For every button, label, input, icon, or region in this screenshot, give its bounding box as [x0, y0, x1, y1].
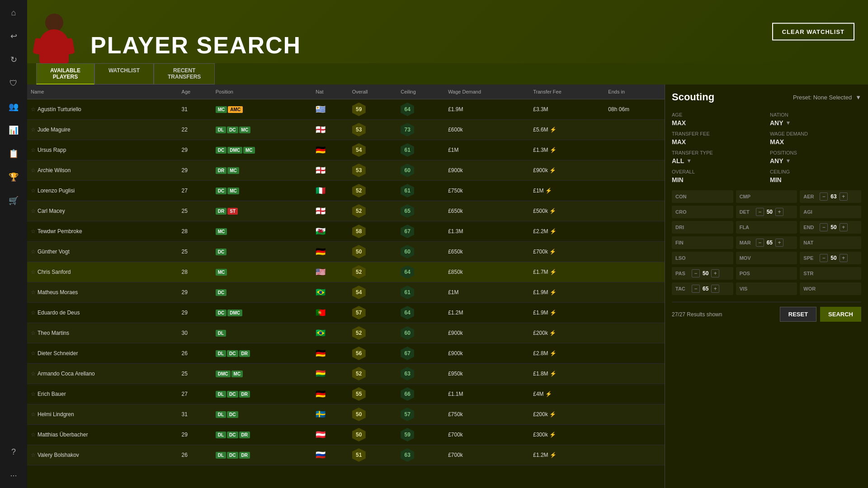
table-row[interactable]: ☆Jude Maguire22DLDCMC🏴󠁧󠁢󠁥󠁮󠁧󠁿5373£600k£5.…: [27, 120, 665, 140]
col-overall[interactable]: Overall: [349, 84, 397, 99]
table-row[interactable]: ☆Matheus Moraes29DC🇧🇷5461£1M£1.9M ⚡: [27, 282, 665, 303]
attr-minus-button[interactable]: −: [756, 239, 764, 247]
attr-minus-button[interactable]: −: [692, 269, 700, 277]
attr-plus-button[interactable]: +: [711, 269, 719, 277]
ceiling-value[interactable]: MIN: [770, 176, 861, 183]
attr-plus-button[interactable]: +: [840, 254, 848, 262]
player-name: Jude Maguire: [38, 127, 71, 133]
positions-value[interactable]: ANY ▼: [770, 157, 861, 164]
table-row[interactable]: ☆Chris Sanford28MC🇺🇸5264£850k£1.7M ⚡: [27, 262, 665, 282]
attr-item: CMP: [736, 190, 797, 203]
clear-watchlist-button[interactable]: CLEAR WATCHLIST: [772, 23, 854, 41]
favorite-icon[interactable]: ☆: [31, 310, 36, 316]
player-ceiling: 66: [397, 384, 444, 404]
col-ends[interactable]: Ends in: [604, 84, 665, 99]
attr-minus-button[interactable]: −: [820, 254, 828, 262]
attr-minus-button[interactable]: −: [692, 285, 700, 293]
tab-watchlist[interactable]: Watchlist: [94, 63, 154, 84]
attr-plus-button[interactable]: +: [711, 285, 719, 293]
favorite-icon[interactable]: ☆: [31, 350, 36, 357]
player-table-container[interactable]: Name Age Position Nat Overall Ceiling Wa…: [27, 84, 665, 488]
favorite-icon[interactable]: ☆: [31, 391, 36, 397]
sidebar-chart-icon[interactable]: 📊: [5, 122, 22, 138]
favorite-icon[interactable]: ☆: [31, 269, 36, 275]
table-row[interactable]: ☆Dieter Schneider26DLDCDR🇩🇪5667£900k£2.8…: [27, 343, 665, 364]
scouting-header: Scouting Preset: None Selected ▼: [672, 91, 861, 103]
favorite-icon[interactable]: ☆: [31, 249, 36, 255]
table-row[interactable]: ☆Erich Bauer27DLDCDR🇩🇪5566£1.1M£4M ⚡: [27, 384, 665, 404]
attr-plus-button[interactable]: +: [775, 239, 783, 247]
search-button[interactable]: SEARCH: [820, 307, 861, 322]
favorite-icon[interactable]: ☆: [31, 167, 36, 174]
attr-value: 50: [703, 270, 708, 277]
col-nat[interactable]: Nat: [312, 84, 348, 99]
attr-minus-button[interactable]: −: [820, 192, 828, 201]
table-row[interactable]: ☆Archie Wilson29DRMC🏴󠁧󠁢󠁥󠁮󠁧󠁿5360£900k£900…: [27, 160, 665, 181]
table-row[interactable]: ☆Matthias Überbacher29DLDCDR🇦🇹5059£700k£…: [27, 425, 665, 445]
sidebar-redo-icon[interactable]: ↻: [5, 52, 22, 68]
attr-minus-button[interactable]: −: [820, 223, 828, 231]
scouting-panel: Scouting Preset: None Selected ▼ Age MAX…: [665, 84, 868, 488]
tab-available-players[interactable]: Available Players: [36, 63, 94, 84]
player-nationality: 🏴󠁧󠁢󠁥󠁮󠁧󠁿: [312, 120, 348, 140]
table-row[interactable]: ☆Valery Bolshakov26DLDCDR🇷🇺5163£700k£1.2…: [27, 445, 665, 465]
player-name: Erich Bauer: [38, 391, 66, 397]
favorite-icon[interactable]: ☆: [31, 289, 36, 296]
table-row[interactable]: ☆Ursus Rapp29DCDMCMC🇩🇪5461£1M£1.3M ⚡: [27, 140, 665, 160]
favorite-icon[interactable]: ☆: [31, 228, 36, 235]
nation-value[interactable]: ANY ▼: [770, 119, 861, 127]
attr-plus-button[interactable]: +: [840, 192, 848, 201]
favorite-icon[interactable]: ☆: [31, 147, 36, 153]
age-value[interactable]: MAX: [672, 119, 763, 127]
table-row[interactable]: ☆Armando Coca Arellano25DMCMC🇧🇴5263£950k…: [27, 364, 665, 384]
preset-selector[interactable]: Preset: None Selected ▼: [793, 94, 861, 101]
col-age[interactable]: Age: [178, 84, 212, 99]
favorite-icon[interactable]: ☆: [31, 432, 36, 438]
attr-plus-button[interactable]: +: [775, 208, 783, 216]
favorite-icon[interactable]: ☆: [31, 330, 36, 336]
sidebar-home-icon[interactable]: ⌂: [5, 5, 22, 21]
table-row[interactable]: ☆Eduardo de Deus29DCDMC🇵🇹5764£1.2M£1.9M …: [27, 303, 665, 323]
transfer-fee-value[interactable]: MAX: [672, 138, 763, 145]
col-ceiling[interactable]: Ceiling: [397, 84, 444, 99]
wage-demand-value[interactable]: MAX: [770, 138, 861, 145]
sidebar-undo-icon[interactable]: ↩: [5, 28, 22, 44]
sidebar-users-icon[interactable]: 👥: [5, 99, 22, 115]
sidebar-help-icon[interactable]: ?: [5, 444, 22, 460]
table-row[interactable]: ☆Lorenzo Puglisi27DCMC🇮🇹5261£750k£1M ⚡: [27, 181, 665, 201]
table-row[interactable]: ☆Günther Vogt25DC🇩🇪5060£650k£700k ⚡: [27, 242, 665, 262]
col-fee[interactable]: Transfer Fee: [529, 84, 604, 99]
sidebar-more-icon[interactable]: ···: [5, 467, 22, 483]
favorite-icon[interactable]: ☆: [31, 106, 36, 113]
table-row[interactable]: ☆Helmi Lindgren31DLDC🇸🇪5057£750k£200k ⚡: [27, 404, 665, 425]
table-row[interactable]: ☆Theo Martins30DL🇧🇷5260£900k£200k ⚡: [27, 323, 665, 343]
player-ends-in: [604, 303, 665, 323]
sidebar-list-icon[interactable]: 📋: [5, 145, 22, 162]
favorite-icon[interactable]: ☆: [31, 127, 36, 133]
attr-minus-button[interactable]: −: [756, 208, 764, 216]
table-row[interactable]: ☆Tewdwr Pembroke28MC🏴󠁧󠁢󠁷󠁬󠁳󠁿5867£1.3M£2.2…: [27, 221, 665, 242]
sidebar-shield-icon[interactable]: 🛡: [5, 75, 22, 91]
table-row[interactable]: ☆Carl Macey25DRST🏴󠁧󠁢󠁥󠁮󠁧󠁿5265£650k£500k ⚡: [27, 201, 665, 221]
attr-item: NAT: [800, 236, 861, 249]
tab-recent-transfers[interactable]: Recent Transfers: [154, 63, 215, 84]
sidebar-cart-icon[interactable]: 🛒: [5, 192, 22, 209]
attr-item: DET−50+: [736, 206, 797, 218]
overall-value[interactable]: MIN: [672, 176, 763, 183]
sidebar-trophy-icon[interactable]: 🏆: [5, 169, 22, 185]
attr-plus-button[interactable]: +: [840, 223, 848, 231]
col-wage[interactable]: Wage Demand: [444, 84, 529, 99]
preset-label: Preset: None Selected: [793, 94, 852, 101]
content-area: Name Age Position Nat Overall Ceiling Wa…: [27, 84, 868, 488]
favorite-icon[interactable]: ☆: [31, 452, 36, 458]
favorite-icon[interactable]: ☆: [31, 411, 36, 418]
col-position[interactable]: Position: [212, 84, 312, 99]
favorite-icon[interactable]: ☆: [31, 188, 36, 194]
favorite-icon[interactable]: ☆: [31, 208, 36, 214]
transfer-type-value[interactable]: ALL ▼: [672, 157, 763, 164]
player-fee: £200k ⚡: [529, 323, 604, 343]
favorite-icon[interactable]: ☆: [31, 371, 36, 377]
table-row[interactable]: ☆Agustín Turturiello31MCAMC🇺🇾5964£1.9M£3…: [27, 99, 665, 120]
reset-button[interactable]: RESET: [780, 307, 816, 322]
col-name[interactable]: Name: [27, 84, 178, 99]
